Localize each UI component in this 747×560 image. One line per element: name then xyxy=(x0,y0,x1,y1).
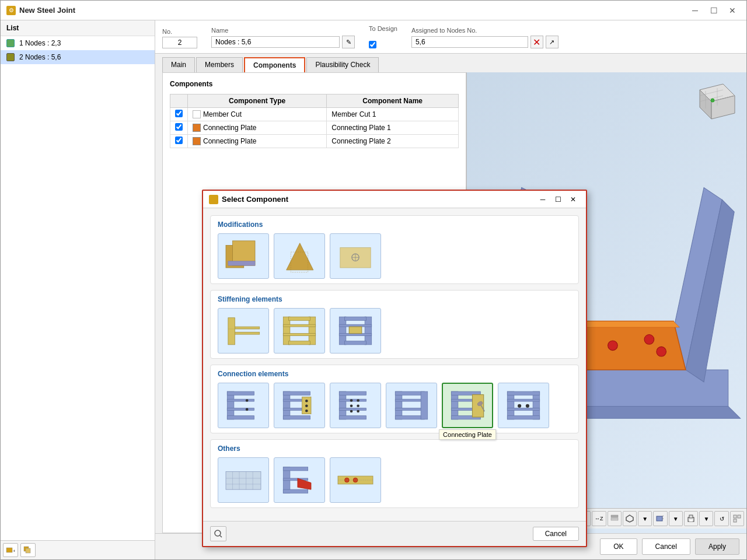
mod-item-1[interactable] xyxy=(218,233,269,279)
svg-rect-78 xyxy=(227,416,254,419)
dialog-title: Select Component xyxy=(222,195,288,204)
assigned-nodes-input[interactable] xyxy=(411,36,528,48)
others-section: Others xyxy=(210,439,579,508)
table-row: Member Cut Member Cut 1 xyxy=(170,108,459,121)
stiffening-grid xyxy=(218,308,571,354)
svg-rect-66 xyxy=(289,341,310,345)
svg-rect-85 xyxy=(283,416,310,419)
row-checkbox[interactable] xyxy=(175,136,183,144)
row-checkbox[interactable] xyxy=(175,123,183,131)
svg-point-96 xyxy=(350,404,353,407)
conn-item-3[interactable] xyxy=(330,383,381,428)
svg-rect-106 xyxy=(421,391,428,419)
svg-rect-91 xyxy=(339,399,366,401)
svg-rect-84 xyxy=(283,391,310,395)
svg-rect-131 xyxy=(283,478,308,481)
svg-rect-116 xyxy=(533,391,540,419)
svg-point-95 xyxy=(350,399,353,402)
left-panel: List 1 Nodes : 2,3 2 Nodes : 5,6 + xyxy=(1,20,155,559)
svg-rect-115 xyxy=(507,391,514,419)
svg-point-121 xyxy=(518,404,521,408)
dialog-close-button[interactable]: ✕ xyxy=(566,194,580,205)
svg-text:+: + xyxy=(13,548,15,554)
svg-rect-0 xyxy=(6,548,12,552)
conn-item-4[interactable] xyxy=(386,383,437,428)
no-field-group: No. 2 xyxy=(162,28,197,48)
vp-btn-print[interactable] xyxy=(684,511,698,526)
svg-rect-94 xyxy=(339,416,366,419)
others-grid xyxy=(218,457,571,503)
mod-item-2[interactable] xyxy=(274,233,325,279)
svg-rect-101 xyxy=(395,391,402,419)
ok-button[interactable]: OK xyxy=(600,538,637,555)
apply-button[interactable]: Apply xyxy=(695,538,739,555)
vp-btn-refresh[interactable]: ↺ xyxy=(714,511,728,526)
window-title: New Steel Joint xyxy=(19,6,75,15)
to-design-checkbox[interactable] xyxy=(369,41,376,48)
vp-btn-dropdown1[interactable]: ▼ xyxy=(638,511,652,526)
svg-rect-117 xyxy=(507,399,539,401)
tab-main[interactable]: Main xyxy=(162,57,195,72)
minimize-button[interactable]: ─ xyxy=(687,4,703,17)
assigned-nodes-label: Assigned to Nodes No. xyxy=(411,27,558,34)
mod-item-3[interactable] xyxy=(330,233,381,279)
conn-item-2[interactable] xyxy=(274,383,325,428)
cancel-button[interactable]: Cancel xyxy=(642,538,690,555)
others-title: Others xyxy=(218,444,571,453)
dialog-cancel-button[interactable]: Cancel xyxy=(533,527,579,541)
dialog-footer: Cancel xyxy=(203,521,586,546)
conn-item-6[interactable] xyxy=(498,383,549,428)
search-button[interactable] xyxy=(210,526,226,541)
svg-rect-107 xyxy=(451,391,458,419)
dialog-minimize-button[interactable]: ─ xyxy=(536,194,550,205)
svg-point-97 xyxy=(350,410,353,413)
add-joint-button[interactable]: + xyxy=(3,543,18,557)
to-design-field-group: To Design xyxy=(369,25,397,48)
tab-components[interactable]: Components xyxy=(244,57,305,72)
copy-joint-button[interactable] xyxy=(20,543,36,557)
tab-members[interactable]: Members xyxy=(196,57,243,72)
vp-btn-dropdown3[interactable]: ▼ xyxy=(699,511,713,526)
type-color-box xyxy=(193,137,201,145)
other-item-3[interactable] xyxy=(330,457,381,503)
maximize-button[interactable]: ☐ xyxy=(706,4,722,17)
row-name: Connecting Plate 2 xyxy=(327,135,459,148)
col-type-header: Component Type xyxy=(188,94,327,108)
svg-rect-47 xyxy=(734,519,736,522)
dialog-maximize-button[interactable]: ☐ xyxy=(551,194,565,205)
vp-btn-zarrow[interactable]: ↔Z xyxy=(592,511,606,526)
name-field-group: Name ✎ xyxy=(211,27,355,48)
conn-item-5-connecting-plate[interactable]: Connecting Plate xyxy=(442,383,493,428)
other-item-1[interactable] xyxy=(218,457,269,503)
stiff-item-1[interactable] xyxy=(218,308,269,354)
vp-btn-dropdown2[interactable]: ▼ xyxy=(669,511,683,526)
dialog-controls: ─ ☐ ✕ xyxy=(536,194,580,205)
modifications-section: Modifications xyxy=(210,215,579,284)
close-button[interactable]: ✕ xyxy=(724,4,741,17)
row-checkbox[interactable] xyxy=(175,110,183,117)
list-item[interactable]: 1 Nodes : 2,3 xyxy=(1,36,155,50)
connection-section: Connection elements xyxy=(210,365,579,433)
name-input[interactable] xyxy=(211,36,340,48)
edit-nodes-button[interactable]: ↗ xyxy=(546,36,558,48)
svg-rect-45 xyxy=(734,515,736,518)
conn-item-1[interactable] xyxy=(218,383,269,428)
vp-btn-extra[interactable] xyxy=(730,511,744,526)
stiff-item-2[interactable] xyxy=(274,308,325,354)
list-item[interactable]: 2 Nodes : 5,6 xyxy=(1,50,155,64)
stiff-item-3[interactable] xyxy=(330,308,381,354)
svg-point-79 xyxy=(246,399,249,402)
svg-point-139 xyxy=(215,530,221,536)
vp-btn-render[interactable] xyxy=(653,511,667,526)
name-row: ✎ xyxy=(211,36,355,48)
row-type: Connecting Plate xyxy=(188,121,327,135)
to-design-checkbox-row xyxy=(369,41,397,48)
other-item-2[interactable] xyxy=(274,457,325,503)
vp-btn-layers[interactable] xyxy=(608,511,622,526)
components-section-title: Components xyxy=(170,80,459,88)
clear-nodes-button[interactable]: ✕ xyxy=(530,36,543,48)
svg-point-98 xyxy=(357,399,359,402)
tab-plausibility[interactable]: Plausibility Check xyxy=(306,57,379,72)
edit-name-button[interactable]: ✎ xyxy=(342,36,355,48)
vp-btn-cube-select[interactable] xyxy=(623,511,637,526)
